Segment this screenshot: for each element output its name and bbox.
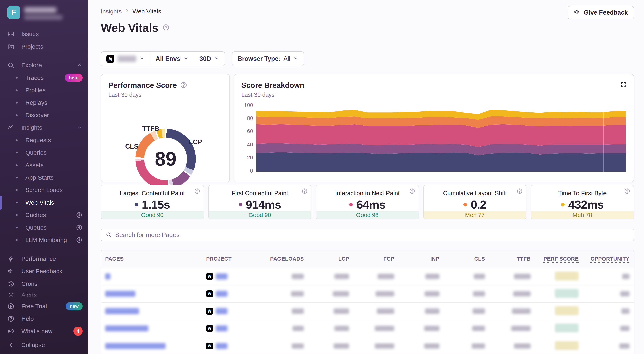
sidebar-item-llm-monitoring[interactable]: •LLM Monitoring xyxy=(0,234,88,246)
sidebar-item-replays[interactable]: •Replays xyxy=(0,96,88,109)
sidebar-collapse-button[interactable]: Collapse xyxy=(0,339,88,351)
help-icon[interactable] xyxy=(302,188,308,195)
bullet-icon: • xyxy=(12,187,21,194)
metric-value-redacted xyxy=(334,274,349,279)
sidebar-item-queries[interactable]: •Queries xyxy=(0,146,88,159)
metric-value-redacted xyxy=(424,343,440,349)
vital-card-title: Cumulative Layout Shift xyxy=(424,190,526,197)
project-link-redacted[interactable] xyxy=(216,291,228,297)
browser-type-label: Browser Type: xyxy=(238,55,280,62)
sidebar-item-user-feedback[interactable]: User Feedback xyxy=(0,265,88,278)
column-header-fcp: FCP xyxy=(353,250,398,268)
sidebar-item-traces[interactable]: •Tracesbeta xyxy=(0,71,88,84)
score-ring-chart[interactable]: 89 xyxy=(136,129,196,189)
vital-card-first-contentful-paint[interactable]: First Contentful Paint 914ms Good 90 xyxy=(208,185,312,220)
vital-card-title: Largest Contentful Paint xyxy=(101,190,204,197)
browser-type-selector[interactable]: Browser Type: All xyxy=(232,51,304,66)
sidebar-item-what-s-new[interactable]: What's new4 xyxy=(0,325,88,338)
sidebar-item-alerts[interactable]: Alerts xyxy=(0,290,88,300)
help-icon[interactable] xyxy=(517,188,523,195)
sidebar-item-app-starts[interactable]: •App Starts xyxy=(0,171,88,184)
new-badge: new xyxy=(66,302,82,310)
pages-search-input[interactable]: Search for more Pages xyxy=(101,229,634,241)
org-avatar[interactable]: F xyxy=(7,6,20,19)
page-link-redacted[interactable] xyxy=(105,291,136,297)
metric-value-redacted xyxy=(292,343,304,349)
sidebar-item-caches[interactable]: •Caches xyxy=(0,209,88,221)
sidebar-item-screen-loads[interactable]: •Screen Loads xyxy=(0,184,88,196)
column-header-pageloads: PAGELOADS xyxy=(261,250,308,268)
table-row[interactable]: N xyxy=(101,337,634,354)
org-name-redacted xyxy=(24,7,56,13)
y-axis-tick-80: 80 xyxy=(242,115,253,121)
metric-color-dot xyxy=(561,203,564,206)
table-row[interactable]: N xyxy=(101,285,634,303)
vital-card-time-to-first-byte[interactable]: Time To First Byte 432ms Meh 78 xyxy=(531,185,634,220)
sidebar-item-insights[interactable]: Insights xyxy=(0,121,88,134)
sidebar-item-issues[interactable]: Issues xyxy=(0,28,88,40)
beta-badge: beta xyxy=(65,74,82,82)
sidebar-item-assets[interactable]: •Assets xyxy=(0,159,88,171)
page-link-redacted[interactable] xyxy=(105,326,148,332)
project-link-redacted[interactable] xyxy=(216,274,228,280)
opportunity-value-redacted xyxy=(620,343,630,349)
bolt-circle-icon xyxy=(7,303,16,310)
date-range-selector[interactable]: 30D xyxy=(194,52,225,66)
environment-selector[interactable]: All Envs xyxy=(150,52,194,66)
page-link-redacted[interactable] xyxy=(105,343,166,349)
page-link-redacted[interactable] xyxy=(105,274,110,280)
vital-card-title: Time To First Byte xyxy=(531,190,634,197)
project-selector[interactable]: N xyxy=(101,52,150,66)
sidebar-item-projects[interactable]: Projects xyxy=(0,40,88,53)
pages-table: PAGESPROJECTPAGELOADSLCPFCPINPCLSTTFBPER… xyxy=(101,250,634,354)
bolt-icon xyxy=(7,255,16,262)
project-link-redacted[interactable] xyxy=(216,343,228,349)
help-icon[interactable] xyxy=(624,188,630,195)
score-donut-zone: 89 TTFBLCPCLSFCPINP xyxy=(101,98,229,182)
broadcast-icon xyxy=(7,328,16,335)
chevron-up-icon xyxy=(76,62,82,68)
sidebar-item-queues[interactable]: •Queues xyxy=(0,221,88,234)
donut-label-cls: CLS xyxy=(125,143,138,150)
bolt-circle-icon xyxy=(76,224,82,231)
table-row[interactable]: N xyxy=(101,320,634,337)
project-link-redacted[interactable] xyxy=(216,326,228,332)
sidebar-item-web-vitals[interactable]: •Web Vitals xyxy=(0,196,88,209)
sidebar-item-help[interactable]: Help xyxy=(0,313,88,325)
sidebar-item-profiles[interactable]: •Profiles xyxy=(0,84,88,96)
vital-card-interaction-to-next-paint[interactable]: Interaction to Next Paint 64ms Good 98 xyxy=(316,185,419,220)
search-placeholder: Search for more Pages xyxy=(115,231,180,239)
give-feedback-button[interactable]: Give Feedback xyxy=(568,6,634,19)
breadcrumb-web-vitals: Web Vitals xyxy=(132,8,161,15)
breadcrumb: Insights Web Vitals xyxy=(101,8,634,15)
column-header-opportunity[interactable]: OPPORTUNITY xyxy=(582,250,634,268)
expand-icon[interactable] xyxy=(620,81,627,89)
help-icon[interactable] xyxy=(194,188,200,195)
breadcrumb-insights[interactable]: Insights xyxy=(101,8,122,15)
metric-color-dot xyxy=(134,203,138,206)
sidebar-item-free-trial[interactable]: Free Trialnew xyxy=(0,300,88,313)
help-icon[interactable] xyxy=(409,188,415,195)
vital-card-largest-contentful-paint[interactable]: Largest Contentful Paint 1.15s Good 90 xyxy=(101,185,204,220)
help-icon[interactable] xyxy=(180,81,187,89)
org-switcher[interactable]: F xyxy=(0,0,88,28)
score-breakdown-chart[interactable]: 020406080100 xyxy=(242,105,626,172)
column-header-inp: INP xyxy=(398,250,443,268)
sidebar-item-discover[interactable]: •Discover xyxy=(0,109,88,121)
projects-icon xyxy=(7,43,16,50)
sidebar-item-crons[interactable]: Crons xyxy=(0,278,88,290)
performance-score-title: Performance Score xyxy=(108,81,177,90)
vital-card-value: 1.15s xyxy=(142,198,170,211)
page-link-redacted[interactable] xyxy=(105,308,139,314)
project-link-redacted[interactable] xyxy=(216,308,228,314)
megaphone-icon xyxy=(574,8,580,17)
metric-value-redacted xyxy=(292,309,304,314)
column-header-perf-score[interactable]: PERF SCORE xyxy=(534,250,582,268)
vital-card-cumulative-layout-shift[interactable]: Cumulative Layout Shift 0.2 Meh 77 xyxy=(423,185,526,220)
table-row[interactable]: N xyxy=(101,268,634,285)
sidebar-item-requests[interactable]: •Requests xyxy=(0,134,88,146)
sidebar-item-performance[interactable]: Performance xyxy=(0,253,88,265)
sidebar-item-explore[interactable]: Explore xyxy=(0,59,88,71)
table-row[interactable]: N xyxy=(101,303,634,320)
help-icon[interactable] xyxy=(162,24,170,32)
